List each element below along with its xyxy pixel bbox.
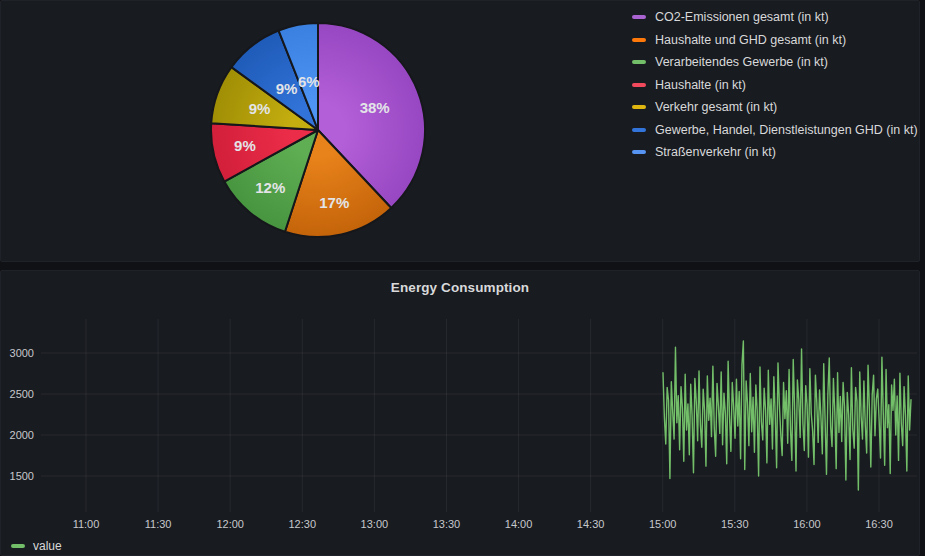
x-tick-label: 12:00	[216, 518, 244, 530]
legend-item-label: Gewerbe, Handel, Dienstleistungen GHD (i…	[655, 124, 918, 137]
legend-swatch	[632, 150, 646, 154]
legend-swatch	[632, 105, 646, 109]
pie-percent-label: 9%	[234, 137, 256, 154]
pie-percent-label: 9%	[276, 80, 298, 97]
pie-percent-label: 17%	[319, 194, 349, 211]
x-tick-label: 14:30	[577, 518, 605, 530]
x-tick-label: 16:00	[793, 518, 821, 530]
legend-swatch	[632, 83, 646, 87]
legend-item[interactable]: Verkehr gesamt (in kt)	[632, 96, 918, 119]
legend-item-label: Straßenverkehr (in kt)	[655, 146, 776, 159]
pie-percent-label: 6%	[298, 73, 320, 90]
legend-swatch	[632, 60, 646, 64]
pie-legend: CO2-Emissionen gesamt (in kt)Haushalte u…	[632, 6, 918, 164]
y-tick-label: 2000	[10, 429, 34, 441]
pie-panel: 38%17%12%9%9%9%6% CO2-Emissionen gesamt …	[0, 0, 920, 262]
legend-item[interactable]: CO2-Emissionen gesamt (in kt)	[632, 6, 918, 29]
timeseries-chart[interactable]: 300025002000150011:0011:3012:0012:3013:0…	[1, 271, 921, 556]
legend-item[interactable]: Straßenverkehr (in kt)	[632, 141, 918, 164]
value-series-line	[663, 341, 911, 490]
timeseries-panel: Energy Consumption 300025002000150011:00…	[0, 270, 920, 556]
legend-item-label: Haushalte (in kt)	[655, 79, 746, 92]
legend-swatch	[632, 15, 646, 19]
y-tick-label: 2500	[10, 388, 34, 400]
series-color-swatch	[11, 544, 25, 548]
x-tick-label: 13:00	[361, 518, 389, 530]
legend-swatch	[632, 38, 646, 42]
pie-percent-label: 12%	[255, 179, 285, 196]
series-legend-label: value	[33, 540, 62, 552]
series-legend-item[interactable]: value	[11, 540, 62, 552]
legend-item[interactable]: Verarbeitendes Gewerbe (in kt)	[632, 51, 918, 74]
pie-percent-label: 9%	[249, 100, 271, 117]
legend-item-label: Verarbeitendes Gewerbe (in kt)	[655, 56, 828, 69]
legend-swatch	[632, 128, 646, 132]
legend-item[interactable]: Gewerbe, Handel, Dienstleistungen GHD (i…	[632, 119, 918, 142]
y-tick-label: 1500	[10, 470, 34, 482]
x-tick-label: 12:30	[289, 518, 317, 530]
legend-item[interactable]: Haushalte (in kt)	[632, 74, 918, 97]
x-tick-label: 15:30	[721, 518, 749, 530]
x-tick-label: 13:30	[433, 518, 461, 530]
legend-item-label: Haushalte und GHD gesamt (in kt)	[655, 34, 846, 47]
legend-item-label: CO2-Emissionen gesamt (in kt)	[655, 11, 829, 24]
legend-item[interactable]: Haushalte und GHD gesamt (in kt)	[632, 29, 918, 52]
x-tick-label: 16:30	[865, 518, 893, 530]
legend-item-label: Verkehr gesamt (in kt)	[655, 101, 777, 114]
x-tick-label: 11:30	[145, 518, 172, 530]
pie-percent-label: 38%	[360, 99, 390, 116]
x-tick-label: 11:00	[73, 518, 100, 530]
x-tick-label: 15:00	[649, 518, 677, 530]
x-tick-label: 14:00	[505, 518, 533, 530]
y-tick-label: 3000	[10, 347, 34, 359]
